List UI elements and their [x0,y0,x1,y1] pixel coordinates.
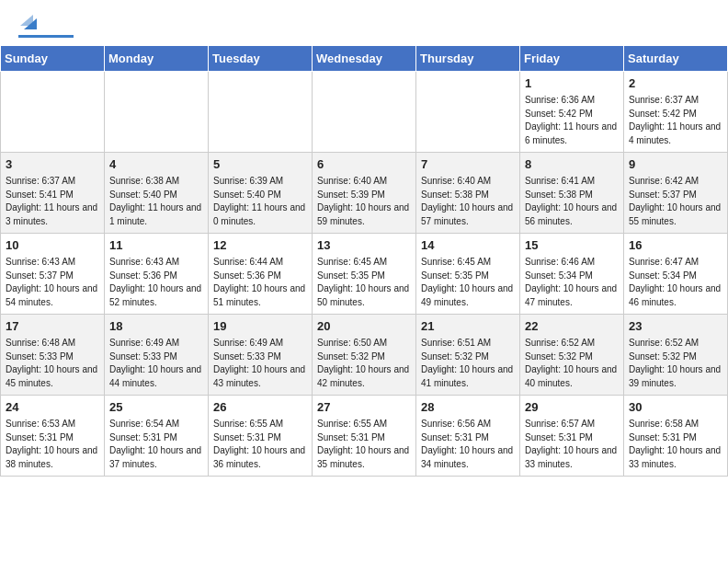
day-info: Sunrise: 6:48 AM Sunset: 5:33 PM Dayligh… [6,337,99,390]
day-info: Sunrise: 6:53 AM Sunset: 5:31 PM Dayligh… [6,418,99,471]
calendar-header-monday: Monday [105,46,209,72]
day-info: Sunrise: 6:46 AM Sunset: 5:34 PM Dayligh… [525,256,619,309]
day-info: Sunrise: 6:43 AM Sunset: 5:37 PM Dayligh… [6,256,99,309]
day-number: 4 [109,156,203,173]
day-number: 17 [6,318,99,335]
day-number: 16 [629,237,722,254]
day-number: 13 [317,237,411,254]
calendar-cell: 20Sunrise: 6:50 AM Sunset: 5:32 PM Dayli… [313,315,416,396]
page: SundayMondayTuesdayWednesdayThursdayFrid… [0,0,728,477]
calendar-header-tuesday: Tuesday [209,46,313,72]
day-info: Sunrise: 6:37 AM Sunset: 5:41 PM Dayligh… [6,175,99,228]
day-info: Sunrise: 6:39 AM Sunset: 5:40 PM Dayligh… [213,175,307,228]
day-info: Sunrise: 6:58 AM Sunset: 5:31 PM Dayligh… [629,418,722,471]
calendar-cell: 21Sunrise: 6:51 AM Sunset: 5:32 PM Dayli… [416,315,520,396]
day-number: 5 [213,156,307,173]
day-number: 27 [317,399,411,416]
logo [18,17,74,38]
calendar-cell: 19Sunrise: 6:49 AM Sunset: 5:33 PM Dayli… [209,315,313,396]
calendar-cell: 7Sunrise: 6:40 AM Sunset: 5:38 PM Daylig… [416,153,520,234]
day-info: Sunrise: 6:52 AM Sunset: 5:32 PM Dayligh… [525,337,619,390]
day-number: 12 [213,237,307,254]
day-info: Sunrise: 6:52 AM Sunset: 5:32 PM Dayligh… [629,337,722,390]
day-number: 10 [6,237,99,254]
calendar-cell: 15Sunrise: 6:46 AM Sunset: 5:34 PM Dayli… [520,234,624,315]
calendar-cell: 24Sunrise: 6:53 AM Sunset: 5:31 PM Dayli… [1,396,105,477]
day-number: 25 [109,399,203,416]
day-info: Sunrise: 6:44 AM Sunset: 5:36 PM Dayligh… [213,256,307,309]
calendar-cell: 18Sunrise: 6:49 AM Sunset: 5:33 PM Dayli… [105,315,209,396]
calendar-header-sunday: Sunday [1,46,105,72]
day-number: 8 [525,156,619,173]
calendar-cell [105,72,209,153]
day-number: 21 [421,318,515,335]
day-number: 30 [629,399,722,416]
calendar-header-row: SundayMondayTuesdayWednesdayThursdayFrid… [1,46,728,72]
day-info: Sunrise: 6:55 AM Sunset: 5:31 PM Dayligh… [213,418,307,471]
calendar-cell: 2Sunrise: 6:37 AM Sunset: 5:42 PM Daylig… [624,72,728,153]
day-number: 29 [525,399,619,416]
day-info: Sunrise: 6:37 AM Sunset: 5:42 PM Dayligh… [629,94,722,147]
day-info: Sunrise: 6:43 AM Sunset: 5:36 PM Dayligh… [109,256,203,309]
day-number: 7 [421,156,515,173]
day-info: Sunrise: 6:36 AM Sunset: 5:42 PM Dayligh… [525,94,619,147]
calendar-cell: 25Sunrise: 6:54 AM Sunset: 5:31 PM Dayli… [105,396,209,477]
day-info: Sunrise: 6:54 AM Sunset: 5:31 PM Dayligh… [109,418,203,471]
calendar-cell [209,72,313,153]
calendar-cell: 28Sunrise: 6:56 AM Sunset: 5:31 PM Dayli… [416,396,520,477]
calendar-header-friday: Friday [520,46,624,72]
day-number: 14 [421,237,515,254]
calendar-cell: 29Sunrise: 6:57 AM Sunset: 5:31 PM Dayli… [520,396,624,477]
calendar-cell [416,72,520,153]
day-number: 15 [525,237,619,254]
calendar-cell: 1Sunrise: 6:36 AM Sunset: 5:42 PM Daylig… [520,72,624,153]
day-info: Sunrise: 6:50 AM Sunset: 5:32 PM Dayligh… [317,337,411,390]
calendar-cell [1,72,105,153]
calendar-cell: 26Sunrise: 6:55 AM Sunset: 5:31 PM Dayli… [209,396,313,477]
calendar-cell: 10Sunrise: 6:43 AM Sunset: 5:37 PM Dayli… [1,234,105,315]
day-number: 3 [6,156,99,173]
calendar-cell: 5Sunrise: 6:39 AM Sunset: 5:40 PM Daylig… [209,153,313,234]
svg-marker-1 [20,15,33,26]
calendar-header-saturday: Saturday [624,46,728,72]
calendar-table: SundayMondayTuesdayWednesdayThursdayFrid… [0,45,728,477]
calendar-week-row: 24Sunrise: 6:53 AM Sunset: 5:31 PM Dayli… [1,396,728,477]
day-number: 22 [525,318,619,335]
calendar-header-wednesday: Wednesday [313,46,416,72]
day-number: 23 [629,318,722,335]
calendar-week-row: 3Sunrise: 6:37 AM Sunset: 5:41 PM Daylig… [1,153,728,234]
day-number: 18 [109,318,203,335]
calendar-week-row: 17Sunrise: 6:48 AM Sunset: 5:33 PM Dayli… [1,315,728,396]
calendar-week-row: 1Sunrise: 6:36 AM Sunset: 5:42 PM Daylig… [1,72,728,153]
day-number: 2 [629,75,722,92]
calendar-cell: 22Sunrise: 6:52 AM Sunset: 5:32 PM Dayli… [520,315,624,396]
logo-underline [18,35,74,38]
day-number: 20 [317,318,411,335]
calendar-week-row: 10Sunrise: 6:43 AM Sunset: 5:37 PM Dayli… [1,234,728,315]
calendar-cell: 4Sunrise: 6:38 AM Sunset: 5:40 PM Daylig… [105,153,209,234]
day-info: Sunrise: 6:56 AM Sunset: 5:31 PM Dayligh… [421,418,515,471]
calendar-cell: 16Sunrise: 6:47 AM Sunset: 5:34 PM Dayli… [624,234,728,315]
calendar-cell: 17Sunrise: 6:48 AM Sunset: 5:33 PM Dayli… [1,315,105,396]
day-info: Sunrise: 6:49 AM Sunset: 5:33 PM Dayligh… [213,337,307,390]
calendar-cell: 14Sunrise: 6:45 AM Sunset: 5:35 PM Dayli… [416,234,520,315]
day-info: Sunrise: 6:57 AM Sunset: 5:31 PM Dayligh… [525,418,619,471]
day-info: Sunrise: 6:55 AM Sunset: 5:31 PM Dayligh… [317,418,411,471]
day-number: 6 [317,156,411,173]
day-info: Sunrise: 6:49 AM Sunset: 5:33 PM Dayligh… [109,337,203,390]
calendar-cell: 13Sunrise: 6:45 AM Sunset: 5:35 PM Dayli… [313,234,416,315]
day-info: Sunrise: 6:51 AM Sunset: 5:32 PM Dayligh… [421,337,515,390]
day-number: 19 [213,318,307,335]
day-info: Sunrise: 6:38 AM Sunset: 5:40 PM Dayligh… [109,175,203,228]
day-number: 1 [525,75,619,92]
calendar-cell: 11Sunrise: 6:43 AM Sunset: 5:36 PM Dayli… [105,234,209,315]
header [0,0,728,45]
day-info: Sunrise: 6:42 AM Sunset: 5:37 PM Dayligh… [629,175,722,228]
calendar-cell: 3Sunrise: 6:37 AM Sunset: 5:41 PM Daylig… [1,153,105,234]
day-info: Sunrise: 6:47 AM Sunset: 5:34 PM Dayligh… [629,256,722,309]
day-number: 28 [421,399,515,416]
calendar-cell: 12Sunrise: 6:44 AM Sunset: 5:36 PM Dayli… [209,234,313,315]
day-number: 9 [629,156,722,173]
day-info: Sunrise: 6:41 AM Sunset: 5:38 PM Dayligh… [525,175,619,228]
calendar-cell: 27Sunrise: 6:55 AM Sunset: 5:31 PM Dayli… [313,396,416,477]
